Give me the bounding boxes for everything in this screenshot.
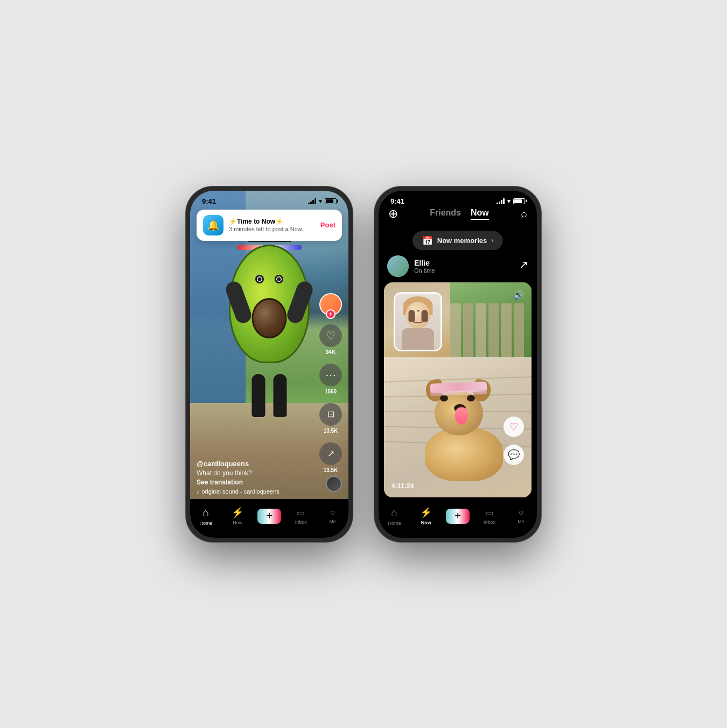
battery-icon [325, 198, 337, 204]
nav-home[interactable]: ⌂ Home [190, 507, 222, 526]
now-header: ⊕ Friends Now ⌕ [379, 207, 537, 221]
bookmark-icon: ⊡ [319, 403, 342, 426]
now-actions: ♡ 💬 [504, 417, 524, 465]
avocado-figure [221, 245, 318, 417]
calendar-icon: 📅 [422, 235, 433, 246]
notification-body: 3 minutes left to post a Now. [229, 226, 315, 232]
home-icon-2: ⌂ [391, 507, 397, 519]
feed-info: @cardioqueens What do you think? See tra… [197, 460, 316, 495]
wifi-icon: ▾ [319, 198, 322, 205]
share-icon: ↗ [319, 442, 342, 465]
nav-inbox-label-2: Inbox [484, 519, 495, 525]
nav-inbox[interactable]: ▭ Inbox [285, 508, 317, 525]
notification-content: ⚡Time to Now⚡ 3 minutes left to post a N… [229, 218, 315, 232]
nav-inbox-2[interactable]: ▭ Inbox [473, 508, 505, 525]
now-nav-icon-2: ⚡ [420, 507, 432, 518]
creator-avatar: + [319, 293, 342, 316]
bookmark-count: 13.5K [324, 428, 338, 434]
selfie-overlay [394, 292, 442, 351]
follow-button[interactable]: + [326, 309, 335, 319]
see-translation-button[interactable]: See translation [197, 479, 316, 486]
like-button[interactable]: ♡ [504, 417, 524, 437]
nav-create-2[interactable]: + [442, 509, 474, 524]
nav-me-2[interactable]: ○ Me [505, 508, 537, 524]
music-note-icon: ♪ [197, 488, 200, 495]
share-button[interactable]: ↗ [519, 258, 528, 271]
share-action[interactable]: ↗ 13.5K [319, 442, 342, 473]
tab-now[interactable]: Now [471, 208, 489, 220]
time-2: 9:41 [390, 197, 404, 205]
bookmark-action[interactable]: ⊡ 13.5K [319, 403, 342, 434]
bottom-nav: ⌂ Home ⚡ Now + ▭ Inbox ○ Me [190, 499, 348, 538]
signal-icon [308, 198, 316, 204]
create-button-2[interactable]: + [446, 509, 470, 524]
like-count: 94K [326, 349, 335, 355]
comment-action[interactable]: ⋯ 1560 [319, 364, 342, 394]
like-icon: ♡ [319, 324, 342, 347]
selfie-image [395, 294, 441, 350]
now-tabs: Friends Now [430, 208, 489, 220]
memories-pill[interactable]: 📅 Now memories › [413, 231, 503, 250]
nav-home-2[interactable]: ⌂ Home [379, 507, 410, 526]
signal-icon-2 [497, 198, 505, 204]
creator-username[interactable]: @cardioqueens [197, 460, 316, 468]
sound-info[interactable]: ♪ original sound - cardioqueens [197, 488, 316, 495]
like-action[interactable]: ♡ 94K [319, 324, 342, 355]
create-button[interactable]: + [257, 509, 281, 524]
user-avatar [387, 255, 409, 277]
wifi-icon-2: ▾ [507, 198, 511, 205]
user-details: Ellie On time [414, 259, 435, 274]
feed-caption: What do you think? [197, 469, 316, 477]
feed-actions: + ♡ 94K ⋯ 1560 ⊡ 13.5K ↗ 13.5K [319, 293, 342, 473]
nav-now-label-2: Now [421, 520, 431, 525]
memories-chevron-icon: › [491, 237, 493, 244]
tab-friends[interactable]: Friends [430, 208, 461, 220]
status-icons: ▾ [308, 198, 337, 205]
notification-banner[interactable]: 🔔 ⚡Time to Now⚡ 3 minutes left to post a… [197, 210, 342, 241]
nav-now[interactable]: ⚡ Now [222, 507, 254, 525]
nav-now-label: Now [233, 520, 242, 525]
nav-create[interactable]: + [254, 509, 285, 524]
sound-disc [326, 476, 342, 492]
nav-now-2[interactable]: ⚡ Now [410, 507, 442, 525]
nav-me-label: Me [329, 519, 336, 524]
nav-home-label: Home [199, 521, 212, 526]
inbox-icon-2: ▭ [485, 508, 493, 518]
plus-icon-2: + [455, 510, 461, 522]
notification-title: ⚡Time to Now⚡ [229, 218, 315, 225]
profile-icon: ○ [330, 508, 335, 517]
phone-2: 9:41 ▾ ⊕ Friends Now ⌕ [374, 186, 541, 542]
now-image-container: 🔊 4:11:24 ♡ 💬 [384, 282, 532, 497]
nav-inbox-label: Inbox [295, 519, 307, 525]
phone-1: 9:41 ▾ 🔔 ⚡Time to Now⚡ 3 [186, 186, 353, 542]
comment-count: 1560 [325, 389, 337, 394]
comment-icon: ⋯ [319, 364, 342, 386]
bottom-nav-2: ⌂ Home ⚡ Now + ▭ Inbox ○ Me [379, 499, 537, 538]
status-bar: 9:41 ▾ [190, 191, 348, 209]
plus-icon: + [266, 510, 272, 522]
comment-button[interactable]: 💬 [504, 445, 524, 465]
memories-label: Now memories [437, 237, 487, 245]
add-friend-icon[interactable]: ⊕ [388, 207, 398, 221]
avatar-action[interactable]: + [319, 293, 342, 316]
profile-icon-2: ○ [519, 508, 524, 517]
sound-name: original sound - cardioqueens [202, 488, 279, 495]
now-user-info: Ellie On time [387, 255, 435, 277]
time: 9:41 [202, 197, 216, 205]
bell-icon: 🔔 [207, 219, 219, 231]
notification-action-button[interactable]: Post [320, 221, 335, 229]
nav-me[interactable]: ○ Me [317, 508, 348, 524]
battery-icon-2 [513, 198, 525, 204]
sound-icon[interactable]: 🔊 [513, 290, 524, 300]
now-main-photo: 🔊 4:11:24 ♡ 💬 [384, 282, 532, 497]
status-icons-2: ▾ [497, 198, 525, 205]
nav-me-label-2: Me [518, 519, 525, 524]
user-status: On time [414, 267, 435, 274]
now-icon: ⚡ [232, 507, 243, 518]
search-icon[interactable]: ⌕ [521, 207, 527, 220]
share-count: 13.5K [324, 467, 338, 473]
home-icon: ⌂ [202, 507, 209, 519]
user-name: Ellie [414, 259, 435, 267]
status-bar-2: 9:41 ▾ [379, 191, 537, 209]
notification-icon: 🔔 [203, 215, 223, 235]
